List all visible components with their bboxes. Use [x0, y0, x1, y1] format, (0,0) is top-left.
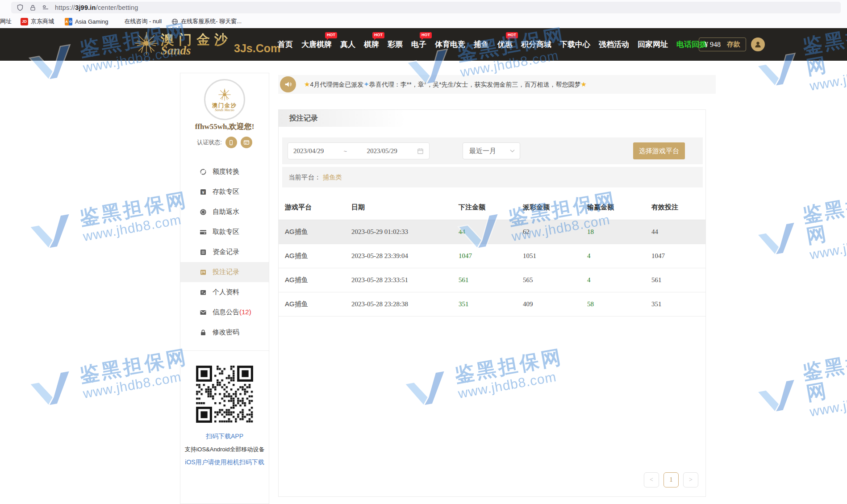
cell-payout: 565 — [523, 276, 587, 284]
person-icon — [754, 40, 762, 49]
deposit-button[interactable]: 存款 — [727, 40, 740, 49]
deposit-icon: ¥ — [200, 188, 207, 196]
next-page-button[interactable]: > — [683, 472, 698, 487]
permissions-icon — [42, 4, 49, 11]
nav-lottery[interactable]: 彩票 — [388, 39, 403, 50]
url-text: https://3j99.in/center/betting — [55, 4, 138, 11]
id-card-icon — [200, 289, 207, 296]
nav-points-mall[interactable]: 积分商城 — [521, 39, 551, 50]
list-icon — [200, 249, 207, 256]
transfer-icon — [200, 168, 207, 175]
current-platform-value[interactable]: 捕鱼类 — [323, 174, 342, 181]
menu-label: 存款专区 — [213, 187, 239, 196]
sparkle-icon: ✦ — [363, 80, 369, 88]
col-header-bet: 下注金额 — [459, 203, 523, 212]
table-row: AG捕鱼 2023-05-29 01:02:33 44 62 18 44 — [279, 220, 705, 244]
auth-status-row: 认证状态: — [180, 137, 269, 148]
date-range-picker[interactable]: 2023/04/29 ~ 2023/05/29 — [288, 142, 430, 159]
current-platform-row: 当前平台：捕鱼类 — [282, 167, 703, 187]
sidebar-item-fund-records[interactable]: 资金记录 — [180, 242, 269, 262]
envelope-icon — [200, 309, 207, 316]
nav-download[interactable]: 下载中心 — [560, 39, 590, 50]
nav-sports-esports[interactable]: 体育电竞 — [435, 39, 465, 50]
shield-icon — [17, 4, 24, 11]
nav-slots[interactable]: 电子HOT — [411, 39, 426, 50]
col-header-payout: 派彩金额 — [523, 203, 587, 212]
bookmark-label: 在线客服系统- 聊天窗... — [181, 17, 242, 25]
menu-label: 个人资料 — [213, 288, 239, 296]
balance-amount: ¥ 948 — [705, 41, 721, 49]
sidebar-item-betting-records[interactable]: 投注记录 — [180, 262, 269, 282]
sidebar-item-deposit[interactable]: ¥ 存款专区 — [180, 182, 269, 202]
cell-winloss: 4 — [587, 252, 651, 260]
current-platform-label: 当前平台： — [288, 174, 321, 181]
cell-platform: AG捕鱼 — [285, 252, 351, 260]
star-icon: ★ — [304, 80, 310, 88]
nav-fishing[interactable]: 捕鱼 — [474, 39, 489, 50]
sidebar-item-profile[interactable]: 个人资料 — [180, 282, 269, 302]
cell-winloss: 4 — [587, 276, 651, 284]
prev-page-button[interactable]: < — [644, 472, 659, 487]
card-verified-badge[interactable] — [241, 137, 252, 148]
cell-payout: 1051 — [523, 252, 587, 260]
nav-live[interactable]: 真人 — [340, 39, 355, 50]
menu-label: 取款专区 — [213, 228, 239, 236]
bookmark-site[interactable]: 网址 — [0, 17, 12, 25]
nav-home[interactable]: 首页 — [278, 39, 293, 50]
announcement-bar: ★4月代理佣金已派发✦恭喜代理：李**，章*，吴*先生/女士，获实发佣金前三，百… — [278, 75, 716, 94]
col-header-valid: 有效投注 — [651, 203, 705, 212]
sidebar-item-withdraw[interactable]: 取款专区 — [180, 222, 269, 242]
cell-valid: 1047 — [651, 252, 705, 260]
current-page-button[interactable]: 1 — [663, 472, 679, 487]
cell-valid: 351 — [651, 300, 705, 308]
qr-section: 扫码下载APP 支持iOS&Android全部移动设备 iOS用户请使用相机扫码… — [180, 363, 269, 467]
cell-payout: 409 — [523, 300, 587, 308]
nav-datang-chess[interactable]: 大唐棋牌HOT — [301, 39, 332, 50]
qr-code — [194, 363, 255, 425]
bookmark-asia-gaming[interactable]: AGAsia Gaming — [65, 18, 108, 25]
qr-ios-link[interactable]: iOS用户请使用相机扫码下载 — [180, 458, 269, 467]
chevron-down-icon — [510, 149, 515, 153]
balance-deposit-box[interactable]: ¥ 948 存款 — [699, 37, 746, 51]
user-avatar-button[interactable] — [751, 37, 765, 51]
page-title: 投注记录 — [279, 110, 705, 127]
sidebar-item-messages[interactable]: 信息公告(12) — [180, 302, 269, 322]
bookmark-online-consult[interactable]: 在线咨询 - null — [124, 17, 162, 25]
cell-platform: AG捕鱼 — [285, 300, 351, 308]
avatar-brand-en: Sands Macao — [215, 108, 234, 112]
wallet-icon — [200, 229, 207, 236]
nav-events[interactable]: 强档活动 — [599, 39, 629, 50]
sidebar-item-rebate[interactable]: 自助返水 — [180, 202, 269, 222]
sidebar: 澳门金沙 Sands Macao ffhw55wh,欢迎您! 认证状态: 额度转… — [180, 73, 269, 504]
lock-icon — [29, 4, 36, 11]
sidebar-item-quota-transfer[interactable]: 额度转换 — [180, 162, 269, 182]
range-select[interactable]: 最近一月 — [463, 142, 520, 159]
cell-date: 2023-05-28 23:33:51 — [351, 276, 459, 284]
sunburst-logo-icon — [134, 31, 159, 56]
site-logo[interactable]: 澳门金沙 Sands 3Js.Com — [134, 31, 280, 57]
sidebar-item-change-password[interactable]: 修改密码 — [180, 322, 269, 342]
bookmark-jd[interactable]: JD京东商城 — [21, 17, 54, 25]
site-header: 澳门金沙 Sands 3Js.Com 首页 大唐棋牌HOT 真人 棋牌HOT 彩… — [0, 28, 847, 61]
welcome-text: ffhw55wh,欢迎您! — [180, 121, 269, 132]
jd-favicon: JD — [21, 18, 28, 25]
bookmark-customer-service[interactable]: 在线客服系统- 聊天窗... — [171, 17, 242, 25]
bookmark-label: 京东商城 — [31, 17, 54, 25]
bank-card-icon — [243, 139, 250, 146]
nav-home-url[interactable]: 回家网址 — [638, 39, 668, 50]
betting-table: 游戏平台 日期 下注金额 派彩金额 输赢金额 有效投注 AG捕鱼 2023-05… — [279, 195, 705, 317]
hot-badge: HOT — [506, 32, 518, 38]
menu-label: 信息公告(12) — [213, 308, 251, 317]
phone-verified-badge[interactable] — [225, 137, 237, 148]
nav-chess[interactable]: 棋牌HOT — [364, 39, 379, 50]
url-field[interactable]: https://3j99.in/center/betting — [11, 2, 841, 13]
select-game-platform-button[interactable]: 选择游戏平台 — [633, 142, 685, 159]
nav-promotions[interactable]: 优惠HOT — [497, 39, 513, 50]
betting-records-icon — [200, 269, 207, 276]
qr-download-link[interactable]: 扫码下载APP — [180, 433, 269, 441]
announcement-text: ★4月代理佣金已派发✦恭喜代理：李**，章*，吴*先生/女士，获实发佣金前三，百… — [304, 80, 587, 89]
main-nav: 首页 大唐棋牌HOT 真人 棋牌HOT 彩票 电子HOT 体育电竞 捕鱼 优惠H… — [278, 28, 707, 61]
pagination: < 1 > — [644, 472, 698, 487]
svg-text:¥: ¥ — [202, 190, 204, 194]
hot-badge: HOT — [420, 32, 432, 38]
